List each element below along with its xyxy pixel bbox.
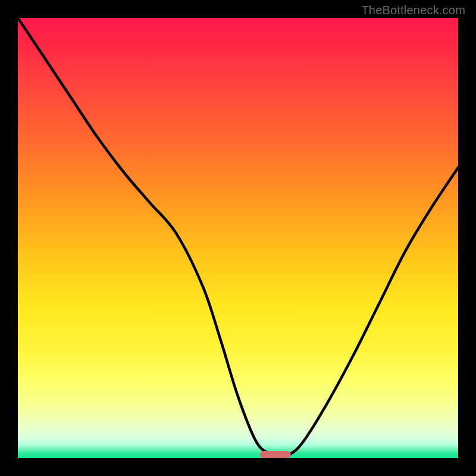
plot-area (18, 18, 458, 458)
watermark-text: TheBottleneck.com (361, 4, 465, 17)
chart-frame: TheBottleneck.com (0, 0, 476, 476)
optimal-range-marker (260, 451, 291, 458)
bottleneck-curve (18, 18, 458, 458)
